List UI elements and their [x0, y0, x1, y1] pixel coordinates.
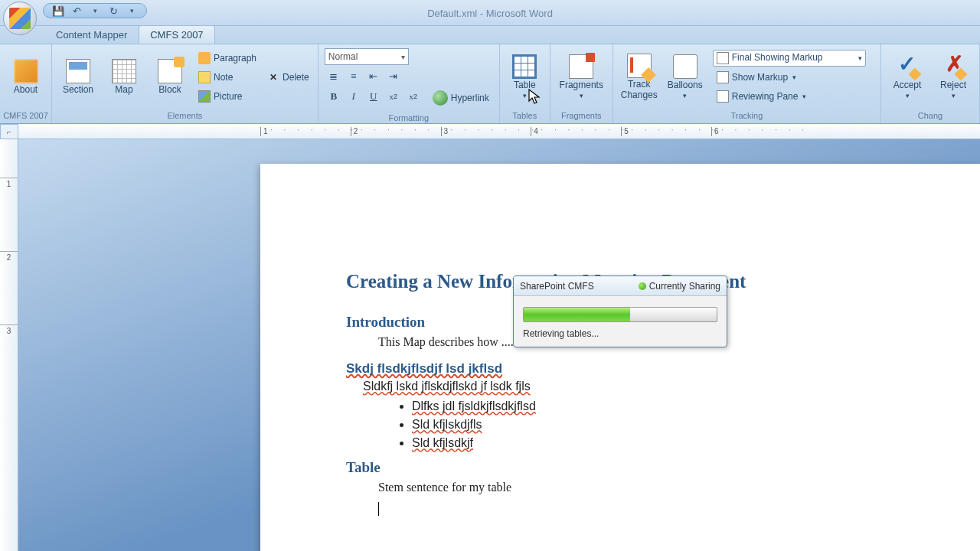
- group-label-tracking: Tracking: [613, 109, 880, 123]
- bullet-list: Dlfks jdl fjsldkjflsdkjflsd Sld kfjlskdj…: [412, 399, 894, 450]
- accept-icon: [895, 54, 920, 79]
- progress-fill: [524, 308, 630, 321]
- undo-icon[interactable]: ↶: [70, 4, 83, 18]
- table-icon: [512, 54, 537, 79]
- chevron-down-icon: ▾: [683, 92, 687, 99]
- delete-icon: ✕: [267, 71, 279, 83]
- subscript-button[interactable]: x2: [404, 88, 423, 105]
- about-button[interactable]: About: [5, 50, 47, 105]
- fragments-icon: [569, 54, 593, 79]
- dialog-title: SharePoint CMFS: [520, 281, 594, 292]
- tab-cmfs-2007[interactable]: CMFS 2007: [139, 25, 214, 44]
- numbering-button[interactable]: ≡: [345, 68, 363, 85]
- list-item: Sld kfjlskdjfls: [412, 418, 894, 432]
- heading-a: Skdj flsdkjflsdjf lsd jkflsd: [346, 361, 894, 377]
- group-label-cmfs: CMFS 2007: [0, 109, 51, 123]
- chevron-down-icon: ▾: [523, 92, 527, 99]
- paragraph-icon: [198, 52, 211, 64]
- italic-button[interactable]: I: [345, 88, 363, 105]
- globe-icon: [433, 90, 448, 106]
- qat-customize-icon[interactable]: ▾: [125, 4, 139, 18]
- reject-button[interactable]: Reject▾: [932, 50, 975, 105]
- map-button[interactable]: Map: [103, 50, 145, 105]
- display-for-review-dropdown[interactable]: Final Showing Markup▾: [713, 50, 866, 67]
- chevron-down-icon: ▾: [792, 73, 796, 81]
- document-area[interactable]: Creating a New Information Mapping Docum…: [18, 139, 980, 551]
- section-icon: [66, 59, 90, 83]
- note-button[interactable]: Note: [194, 69, 260, 86]
- table-button[interactable]: Table▾: [505, 50, 545, 105]
- page[interactable]: Creating a New Information Mapping Docum…: [260, 164, 980, 551]
- list-item: Dlfks jdl fjsldkjflsdkjflsd: [412, 399, 894, 413]
- underline-button[interactable]: U: [364, 88, 383, 105]
- save-icon[interactable]: 💾: [51, 4, 65, 18]
- office-button[interactable]: [3, 2, 37, 35]
- indent-button[interactable]: ⇥: [384, 68, 403, 85]
- ribbon: About CMFS 2007 Section Map Block Paragr…: [0, 44, 980, 124]
- heading-table: Table: [346, 459, 894, 476]
- track-changes-button[interactable]: Track Changes: [618, 50, 661, 105]
- chevron-down-icon: ▾: [802, 93, 806, 100]
- chevron-down-icon: ▾: [906, 92, 910, 99]
- show-markup-button[interactable]: Show Markup▾: [713, 69, 866, 86]
- reject-icon: [941, 54, 965, 79]
- note-icon: [198, 71, 211, 83]
- block-icon: [158, 59, 182, 83]
- group-label-changes: Chang: [881, 109, 979, 123]
- chevron-down-icon: ▾: [401, 53, 405, 61]
- vertical-ruler[interactable]: 1 2 3: [0, 139, 18, 551]
- group-label-tables: Tables: [500, 109, 550, 123]
- ribbon-tabs: Content Mapper CMFS 2007: [0, 26, 980, 44]
- paragraph-table: Stem sentence for my table: [378, 481, 894, 494]
- horizontal-ruler[interactable]: 1 2 3 4 5 6: [18, 124, 980, 139]
- reviewing-pane-button[interactable]: Reviewing Pane▾: [713, 88, 866, 105]
- status-dot-icon: [639, 282, 646, 290]
- bullets-button[interactable]: ≣: [325, 68, 343, 85]
- style-dropdown[interactable]: Normal▾: [325, 48, 409, 65]
- qat-dropdown-icon[interactable]: ▾: [88, 4, 102, 18]
- list-item: Sld kfjlsdkjf: [412, 436, 894, 450]
- picture-icon: [198, 90, 211, 103]
- fragments-button[interactable]: Fragments▾: [555, 50, 608, 105]
- picture-button[interactable]: Picture: [194, 88, 260, 105]
- tab-content-mapper[interactable]: Content Mapper: [44, 25, 139, 44]
- track-changes-icon: [627, 54, 652, 78]
- group-label-elements: Elements: [52, 109, 318, 123]
- chevron-down-icon: ▾: [580, 92, 583, 99]
- ruler-corner[interactable]: ⌐: [0, 124, 18, 139]
- show-markup-icon: [717, 71, 729, 83]
- balloons-button[interactable]: Balloons▾: [664, 50, 707, 105]
- markup-icon: [717, 52, 729, 64]
- section-button[interactable]: Section: [57, 50, 100, 105]
- chevron-down-icon: ▾: [952, 92, 956, 99]
- dialog-titlebar[interactable]: SharePoint CMFS Currently Sharing: [514, 276, 727, 296]
- quick-access-toolbar: 💾 ↶ ▾ ↻ ▾: [43, 3, 147, 18]
- outdent-button[interactable]: ⇤: [364, 68, 383, 85]
- superscript-button[interactable]: x2: [384, 88, 403, 105]
- dialog-status: Currently Sharing: [639, 281, 720, 292]
- delete-button[interactable]: ✕Delete: [263, 69, 313, 86]
- paragraph-a: Sldkfj lskd jflskdjflskd jf lsdk fjls: [363, 380, 894, 393]
- accept-button[interactable]: Accept▾: [886, 50, 929, 105]
- reviewing-pane-icon: [717, 90, 729, 103]
- dialog-message: Retrieving tables...: [523, 328, 717, 339]
- balloons-icon: [673, 54, 697, 79]
- progress-dialog: SharePoint CMFS Currently Sharing Retrie…: [513, 276, 727, 347]
- chevron-down-icon: ▾: [858, 54, 862, 62]
- window-title: Default.xml - Microsoft Word: [427, 8, 553, 19]
- progress-bar: [523, 307, 717, 322]
- paragraph-button[interactable]: Paragraph: [194, 50, 260, 67]
- office-icon: [9, 8, 31, 29]
- hyperlink-button[interactable]: Hyperlink: [429, 88, 493, 108]
- book-icon: [14, 59, 38, 83]
- block-button[interactable]: Block: [149, 50, 191, 105]
- redo-icon[interactable]: ↻: [106, 4, 120, 18]
- group-label-fragments: Fragments: [550, 109, 612, 123]
- bold-button[interactable]: B: [325, 88, 343, 105]
- text-caret: [378, 502, 379, 516]
- map-icon: [112, 59, 136, 83]
- title-bar: 💾 ↶ ▾ ↻ ▾ Default.xml - Microsoft Word: [0, 0, 980, 26]
